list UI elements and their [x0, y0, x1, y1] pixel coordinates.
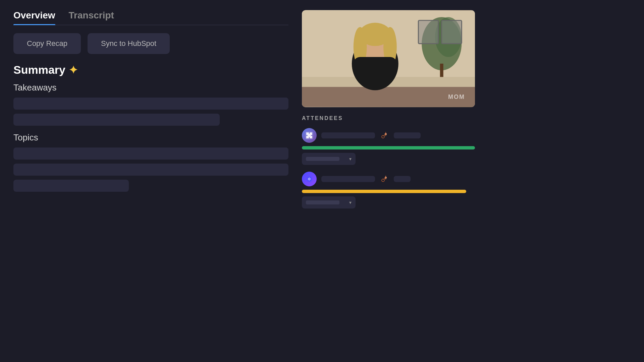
attendee-avatar-2 [302, 172, 317, 186]
topic-skeleton-2 [13, 164, 288, 176]
attendee-name-bar-2 [321, 176, 375, 182]
svg-point-29 [382, 179, 384, 182]
takeaway-skeleton-1 [13, 98, 288, 110]
svg-rect-6 [418, 20, 438, 44]
dropdown-text-1 [306, 157, 339, 161]
hubspot-icon-1 [380, 131, 389, 140]
tabs-bar: Overview Transcript [13, 10, 288, 25]
sync-hubspot-button[interactable]: Sync to HubSpot [88, 33, 170, 54]
video-watermark: MOM [448, 94, 465, 101]
topics-label: Topics [13, 132, 288, 143]
attendee-progress-1 [302, 146, 475, 149]
chevron-down-icon-1: ▾ [349, 156, 352, 162]
sparkle-icon: ✦ [69, 64, 78, 76]
attendees-title: ATTENDEES [302, 115, 475, 121]
takeaways-label: Takeaways [13, 82, 288, 93]
topics-section: Topics [13, 132, 288, 192]
chevron-down-icon-2: ▾ [349, 200, 352, 205]
attendee-tag-1 [394, 132, 421, 138]
tab-overview[interactable]: Overview [13, 10, 55, 25]
svg-rect-7 [442, 20, 462, 44]
video-thumbnail: MOM [302, 10, 475, 107]
takeaways-section: Takeaways [13, 82, 288, 126]
video-content: MOM [302, 10, 475, 107]
attendee-progress-2 [302, 190, 466, 193]
attendee-item-1: ▾ [302, 128, 475, 165]
svg-point-21 [382, 135, 384, 138]
attendee-avatar-1 [302, 128, 317, 143]
takeaway-skeleton-2 [13, 114, 220, 126]
tab-transcript[interactable]: Transcript [69, 10, 114, 25]
attendee-item-2: ▾ [302, 172, 475, 208]
topic-skeleton-3 [13, 180, 129, 192]
topic-skeleton-1 [13, 147, 288, 160]
svg-point-26 [385, 177, 386, 178]
summary-section: Summary ✦ Takeaways Topics [13, 63, 288, 196]
right-panel: MOM ATTENDEES [302, 10, 475, 263]
summary-title: Summary [13, 63, 65, 76]
svg-rect-15 [354, 57, 397, 77]
attendee-tag-2 [394, 176, 411, 182]
attendees-section: ATTENDEES [302, 115, 475, 263]
copy-recap-button[interactable]: Copy Recap [13, 33, 81, 54]
svg-rect-5 [440, 64, 443, 77]
attendee-dropdown-2[interactable]: ▾ [302, 196, 356, 208]
dropdown-text-2 [306, 200, 339, 204]
attendee-name-bar-1 [321, 132, 375, 138]
left-panel: Overview Transcript Copy Recap Sync to H… [13, 10, 288, 263]
svg-point-24 [309, 178, 310, 180]
svg-point-18 [385, 134, 386, 135]
hubspot-icon-2 [380, 174, 389, 184]
attendee-dropdown-1[interactable]: ▾ [302, 153, 356, 165]
attendee-row-2 [302, 172, 475, 186]
attendee-row-1 [302, 128, 475, 143]
action-buttons: Copy Recap Sync to HubSpot [13, 33, 288, 54]
